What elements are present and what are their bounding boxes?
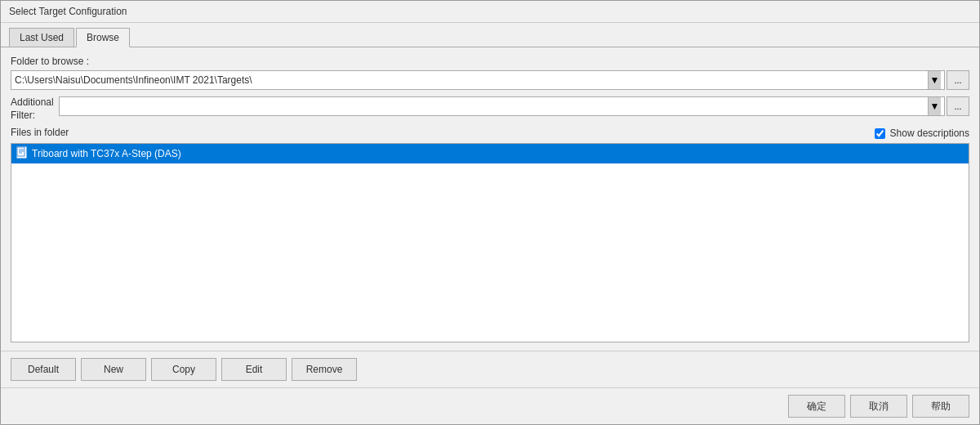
files-in-folder-label: Files in folder — [11, 127, 69, 138]
tabs-bar: Last Used Browse — [1, 23, 979, 47]
filter-browse-btn[interactable]: ... — [947, 96, 969, 116]
dialog-footer: 确定 取消 帮助 — [1, 387, 979, 424]
show-descriptions-checkbox[interactable] — [875, 128, 885, 139]
tab-browse[interactable]: Browse — [76, 28, 130, 47]
folder-dropdown-arrow[interactable]: ▼ — [928, 71, 941, 89]
tab-last-used[interactable]: Last Used — [9, 28, 74, 47]
show-descriptions-row: Show descriptions — [875, 128, 969, 139]
dialog-title: Select Target Configuration — [1, 1, 979, 23]
dialog-body: Last Used Browse Folder to browse : C:\U… — [1, 23, 979, 387]
remove-button[interactable]: Remove — [292, 358, 357, 381]
ok-button[interactable]: 确定 — [788, 395, 845, 418]
help-button[interactable]: 帮助 — [912, 395, 969, 418]
folder-dropdown[interactable]: C:\Users\Naisu\Documents\Infineon\IMT 20… — [11, 70, 945, 90]
filter-dropdown-arrow[interactable]: ▼ — [928, 97, 941, 115]
files-list[interactable]: Triboard with TC37x A-Step (DAS) — [11, 143, 969, 342]
copy-button[interactable]: Copy — [151, 358, 216, 381]
file-item[interactable]: Triboard with TC37x A-Step (DAS) — [11, 144, 969, 163]
show-descriptions-label: Show descriptions — [890, 128, 969, 139]
additional-filter-label: Additional Filter: — [11, 96, 54, 122]
folder-browse-btn[interactable]: ... — [947, 70, 969, 90]
additional-filter-row: Additional Filter: ▼ ... — [11, 96, 969, 122]
default-button[interactable]: Default — [11, 358, 76, 381]
filter-input-row: ▼ ... — [59, 96, 969, 116]
files-header: Files in folder Show descriptions — [11, 127, 969, 140]
folder-arrow-icon: ▼ — [930, 74, 940, 86]
edit-button[interactable]: Edit — [221, 358, 287, 381]
folder-path-text: C:\Users\Naisu\Documents\Infineon\IMT 20… — [15, 74, 928, 86]
new-button[interactable]: New — [81, 358, 146, 381]
file-icon — [16, 146, 27, 161]
dialog: Select Target Configuration Last Used Br… — [0, 0, 980, 425]
cancel-button[interactable]: 取消 — [850, 395, 907, 418]
folder-label: Folder to browse : — [11, 56, 969, 67]
filter-arrow-icon: ▼ — [930, 101, 940, 112]
content-area: Folder to browse : C:\Users\Naisu\Docume… — [1, 47, 979, 351]
filter-dropdown[interactable]: ▼ — [59, 96, 945, 116]
folder-row: C:\Users\Naisu\Documents\Infineon\IMT 20… — [11, 70, 969, 90]
file-name: Triboard with TC37x A-Step (DAS) — [32, 148, 181, 159]
bottom-buttons: Default New Copy Edit Remove — [1, 351, 979, 387]
